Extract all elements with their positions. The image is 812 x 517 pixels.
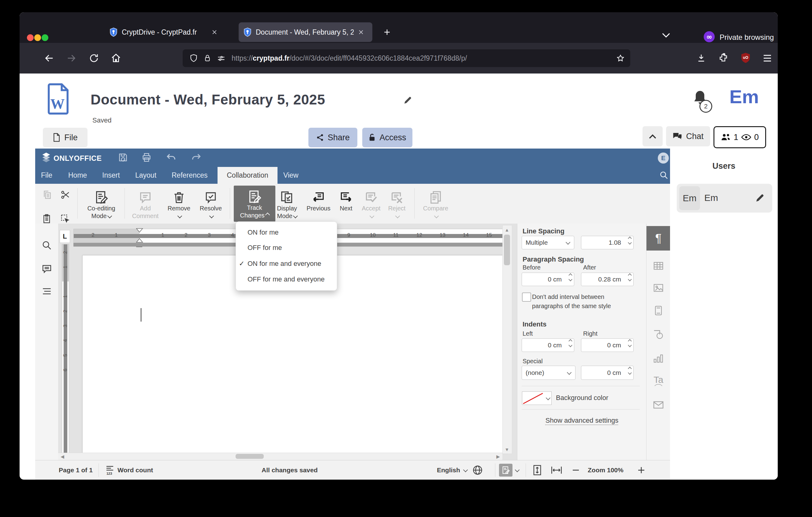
spellcheck-globe-icon[interactable] <box>472 460 483 480</box>
url-bar[interactable]: https://cryptpad.fr/doc/#/3/doc/edit/ff0… <box>183 49 630 67</box>
tab-view[interactable]: View <box>283 167 298 184</box>
tab-layout[interactable]: Layout <box>135 167 156 184</box>
spacing-before-input[interactable]: 0 cm <box>522 273 574 286</box>
page-indicator[interactable]: Page 1 of 1 <box>59 460 93 480</box>
stepper-arrows[interactable] <box>629 238 631 244</box>
vertical-scroll-thumb[interactable] <box>504 235 510 265</box>
comments-panel-icon[interactable] <box>41 264 52 274</box>
special-value-input[interactable]: 0 cm <box>581 366 634 380</box>
select-all-icon[interactable] <box>60 214 70 224</box>
fit-width-icon[interactable] <box>550 460 563 480</box>
hanging-indent-marker[interactable] <box>136 238 143 243</box>
line-spacing-value-input[interactable]: 1.08 <box>581 236 634 249</box>
editor-user-badge[interactable]: E <box>658 153 669 164</box>
show-advanced-settings-link[interactable]: Show advanced settings <box>517 416 646 425</box>
bookmark-star-icon[interactable] <box>616 54 625 62</box>
shield-icon[interactable] <box>190 54 198 62</box>
menu-item-off-for-me-and-everyone[interactable]: OFF for me and everyone <box>236 272 337 287</box>
scroll-down-arrow[interactable]: ▼ <box>503 446 511 453</box>
stepper-arrows[interactable] <box>629 275 631 281</box>
table-settings-tab[interactable] <box>646 256 670 276</box>
background-color-dropdown[interactable] <box>543 391 552 405</box>
menu-item-on-for-me-and-everyone[interactable]: ✓ ON for me and everyone <box>236 256 337 271</box>
save-icon[interactable] <box>118 152 128 163</box>
horizontal-scrollbar[interactable]: ◀ ▶ <box>58 453 502 460</box>
special-select[interactable]: (none) <box>522 366 576 380</box>
close-tab-icon[interactable] <box>211 29 218 35</box>
word-count-button[interactable]: Word count <box>117 460 153 480</box>
collapse-toolbar-button[interactable] <box>642 126 663 146</box>
copy-icon[interactable] <box>42 190 52 200</box>
rename-pencil-icon[interactable] <box>403 96 412 105</box>
tab-file[interactable]: File <box>41 167 52 184</box>
previous-change-button[interactable]: Previous <box>303 185 334 223</box>
extensions-puzzle-icon[interactable] <box>718 52 729 63</box>
resolve-comment-button[interactable]: Resolve <box>196 185 226 223</box>
headers-footers-settings-tab[interactable] <box>646 301 670 320</box>
first-line-indent-marker[interactable] <box>136 228 143 233</box>
file-menu-button[interactable]: File <box>43 128 87 147</box>
paste-icon[interactable] <box>42 214 52 224</box>
indent-left-input[interactable]: 0 cm <box>522 338 574 352</box>
minimize-window-button[interactable] <box>34 34 41 41</box>
stepper-arrows[interactable] <box>569 275 572 281</box>
zoom-level[interactable]: Zoom 100% <box>588 460 624 480</box>
lock-icon[interactable] <box>203 54 211 62</box>
undo-icon[interactable] <box>166 153 177 163</box>
display-mode-button[interactable]: DisplayMode <box>268 185 306 223</box>
close-window-button[interactable] <box>27 34 34 41</box>
shape-settings-tab[interactable] <box>646 325 670 344</box>
chat-button[interactable]: Chat <box>666 126 710 146</box>
scroll-left-arrow[interactable]: ◀ <box>59 453 66 460</box>
image-settings-tab[interactable] <box>646 278 670 298</box>
session-users-indicator[interactable]: 1 0 <box>714 126 766 148</box>
tab-stop-selector[interactable]: L <box>60 230 70 243</box>
line-spacing-select[interactable]: Multiple <box>522 236 574 249</box>
text-art-settings-tab[interactable]: Ta <box>646 372 670 391</box>
vertical-scrollbar[interactable]: ▲ ▼ <box>502 225 512 454</box>
notifications-bell-icon[interactable]: 2 <box>692 89 708 107</box>
coediting-mode-button[interactable]: Co-editingMode <box>80 185 123 223</box>
edit-name-pencil-icon[interactable] <box>755 193 765 203</box>
tab-collaboration[interactable]: Collaboration <box>218 167 278 184</box>
access-button[interactable]: Access <box>362 128 412 147</box>
permissions-sliders-icon[interactable] <box>217 54 226 62</box>
stepper-arrows[interactable] <box>629 341 631 347</box>
browser-tab-cryptdrive[interactable]: CryptDrive - CryptPad.fr <box>105 22 239 42</box>
fit-page-icon[interactable] <box>532 460 543 480</box>
spacing-after-input[interactable]: 0.28 cm <box>581 273 634 286</box>
back-icon[interactable] <box>44 53 55 63</box>
menu-item-on-for-me[interactable]: ON for me <box>236 225 337 240</box>
paragraph-settings-tab[interactable]: ¶ <box>646 226 670 250</box>
background-color-swatch[interactable] <box>522 391 544 405</box>
next-change-button[interactable]: Next <box>332 185 359 223</box>
forward-icon[interactable] <box>66 53 77 63</box>
cut-icon[interactable] <box>60 190 70 200</box>
track-changes-status-toggle[interactable] <box>499 464 513 477</box>
scroll-right-arrow[interactable]: ▶ <box>494 453 502 460</box>
navigation-headings-icon[interactable] <box>41 287 52 295</box>
ublock-origin-icon[interactable]: uO <box>741 52 751 63</box>
reload-icon[interactable] <box>89 53 99 63</box>
tab-home[interactable]: Home <box>68 167 87 184</box>
interval-checkbox[interactable] <box>522 293 531 302</box>
horizontal-scroll-thumb[interactable] <box>236 454 264 459</box>
menu-hamburger-icon[interactable] <box>762 54 772 62</box>
zoom-in-button[interactable] <box>637 460 646 480</box>
new-tab-button[interactable] <box>382 28 392 37</box>
zoom-out-button[interactable] <box>571 460 580 480</box>
chart-settings-tab[interactable] <box>646 349 670 368</box>
tab-insert[interactable]: Insert <box>102 167 120 184</box>
stepper-arrows[interactable] <box>629 368 631 375</box>
language-selector[interactable]: English <box>437 460 467 480</box>
remove-comment-button[interactable]: Remove <box>164 185 194 223</box>
mail-merge-settings-tab[interactable] <box>646 395 670 415</box>
tab-references[interactable]: References <box>172 167 208 184</box>
find-search-icon[interactable] <box>659 171 668 180</box>
account-avatar[interactable]: Em <box>729 86 759 108</box>
home-icon[interactable] <box>111 53 121 63</box>
downloads-icon[interactable] <box>696 53 706 63</box>
indent-right-input[interactable]: 0 cm <box>581 338 634 352</box>
stepper-arrows[interactable] <box>569 341 572 347</box>
track-changes-status-chevron[interactable] <box>514 460 519 480</box>
